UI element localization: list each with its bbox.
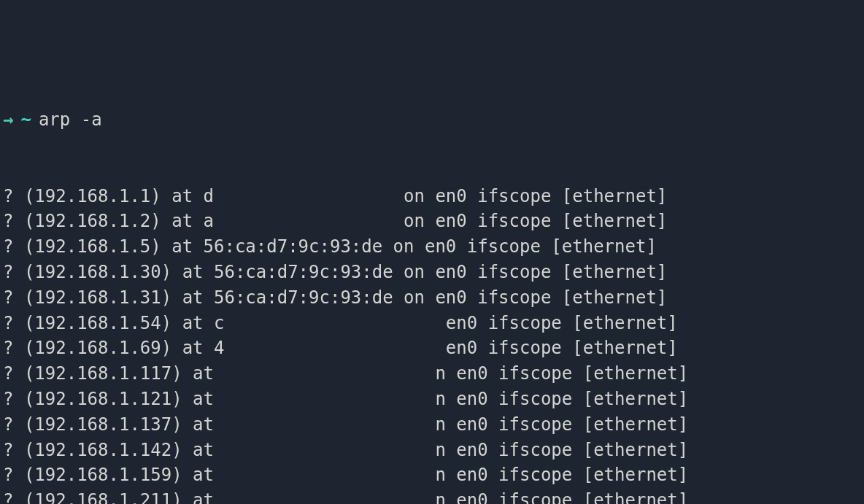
output-line: ? (192.168.1.211) at n en0 ifscope [ethe… [3, 488, 861, 504]
command-text[interactable]: arp -a [39, 107, 102, 133]
output-line: ? (192.168.1.159) at n en0 ifscope [ethe… [3, 462, 861, 488]
output-line: ? (192.168.1.5) at 56:ca:d7:9c:93:de on … [3, 234, 861, 260]
prompt-arrow: → [3, 107, 13, 133]
output-line: ? (192.168.1.2) at a on en0 ifscope [eth… [3, 209, 861, 234]
terminal-output: ? (192.168.1.1) at d on en0 ifscope [eth… [3, 184, 861, 504]
output-line: ? (192.168.1.31) at 56:ca:d7:9c:93:de on… [3, 285, 861, 311]
output-line: ? (192.168.1.117) at n en0 ifscope [ethe… [3, 361, 861, 387]
output-line: ? (192.168.1.1) at d on en0 ifscope [eth… [3, 184, 861, 209]
prompt-line: → ~ arp -a [3, 107, 861, 133]
output-line: ? (192.168.1.30) at 56:ca:d7:9c:93:de on… [3, 260, 861, 285]
output-line: ? (192.168.1.121) at n en0 ifscope [ethe… [3, 387, 861, 412]
prompt-tilde: ~ [20, 107, 31, 133]
output-line: ? (192.168.1.69) at 4 en0 ifscope [ether… [3, 336, 861, 361]
output-line: ? (192.168.1.137) at n en0 ifscope [ethe… [3, 412, 861, 438]
output-line: ? (192.168.1.54) at c en0 ifscope [ether… [3, 311, 861, 336]
output-line: ? (192.168.1.142) at n en0 ifscope [ethe… [3, 438, 861, 463]
